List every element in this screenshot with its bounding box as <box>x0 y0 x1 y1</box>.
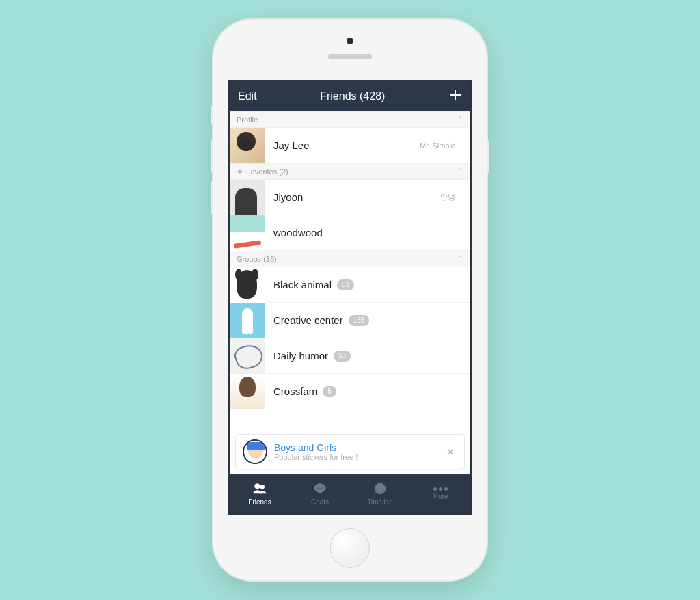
tab-label: Chats <box>311 498 329 506</box>
member-count-badge: 185 <box>349 315 370 326</box>
star-icon: ★ <box>237 167 243 176</box>
phone-mute-switch <box>211 106 213 125</box>
svg-point-3 <box>260 485 265 489</box>
phone-frame: Edit Friends (428) Profile ⌃ Jay Lee Mr.… <box>213 20 487 580</box>
app-screen: Edit Friends (428) Profile ⌃ Jay Lee Mr.… <box>228 80 472 515</box>
svg-point-6 <box>319 487 321 489</box>
tab-label: More <box>433 493 448 500</box>
navbar: Edit Friends (428) <box>230 81 470 111</box>
list-item[interactable]: woodwood <box>230 215 470 251</box>
chevron-up-icon: ⌃ <box>457 167 463 176</box>
promo-banner[interactable]: Boys and Girls Popular stickers for free… <box>235 434 465 469</box>
friend-list[interactable]: Profile ⌃ Jay Lee Mr. Simple ★Favorites … <box>230 111 470 474</box>
more-icon <box>433 487 448 491</box>
group-name: Creative center <box>273 314 343 326</box>
phone-home-button <box>330 528 370 568</box>
section-header-profile[interactable]: Profile ⌃ <box>230 111 470 128</box>
section-label: Groups (18) <box>237 255 277 263</box>
section-header-favorites[interactable]: ★Favorites (2) ⌃ <box>230 163 470 180</box>
group-name: Black animal <box>273 279 332 290</box>
profile-row[interactable]: Jay Lee Mr. Simple <box>230 128 470 163</box>
phone-camera <box>347 38 353 44</box>
add-friend-button[interactable] <box>448 88 462 105</box>
avatar <box>230 374 265 409</box>
friend-status: Mr. Simple <box>420 141 462 150</box>
list-item[interactable]: Black animal 53 <box>230 267 470 303</box>
friend-name: woodwood <box>273 227 323 238</box>
sticker-icon <box>243 439 267 464</box>
tab-label: Timeline <box>367 498 392 506</box>
friend-status: 안녕 <box>440 192 462 202</box>
tab-chats[interactable]: Chats <box>290 474 350 513</box>
section-label: Profile <box>237 115 258 124</box>
section-header-groups[interactable]: Groups (18) ⌃ <box>230 251 470 267</box>
list-item[interactable]: Jiyoon 안녕 <box>230 180 470 215</box>
avatar <box>230 215 265 251</box>
tab-bar: Friends Chats Timeline More <box>230 474 470 513</box>
tab-timeline[interactable]: Timeline <box>350 474 410 513</box>
friend-name: Jiyoon <box>273 191 303 203</box>
phone-speaker <box>328 54 372 59</box>
chevron-up-icon: ⌃ <box>457 254 463 264</box>
avatar <box>230 267 265 303</box>
list-item[interactable]: Creative center 185 <box>230 303 470 338</box>
svg-point-5 <box>317 487 318 489</box>
tab-label: Friends <box>248 498 271 506</box>
chevron-up-icon: ⌃ <box>457 115 463 124</box>
svg-point-2 <box>255 484 260 489</box>
section-label: Favorites (2) <box>246 167 288 176</box>
edit-button[interactable]: Edit <box>238 90 257 103</box>
friend-name: Jay Lee <box>273 139 310 151</box>
avatar <box>230 338 265 374</box>
group-name: Daily humor <box>273 350 328 362</box>
list-item[interactable]: Daily humor 53 <box>230 338 470 374</box>
phone-volume-down <box>211 181 213 214</box>
avatar <box>230 180 265 215</box>
avatar <box>230 128 265 163</box>
page-title: Friends (428) <box>320 90 385 103</box>
phone-volume-up <box>211 140 213 173</box>
phone-power-button <box>487 140 489 173</box>
promo-title: Boys and Girls <box>274 442 444 453</box>
tab-friends[interactable]: Friends <box>230 474 290 513</box>
svg-point-7 <box>322 487 323 489</box>
list-item[interactable]: Crossfam 5 <box>230 374 470 409</box>
member-count-badge: 53 <box>337 279 354 290</box>
promo-subtitle: Popular stickers for free ! <box>274 453 444 461</box>
avatar <box>230 303 265 338</box>
tab-more[interactable]: More <box>410 474 470 513</box>
group-name: Crossfam <box>273 385 317 397</box>
member-count-badge: 53 <box>334 351 351 362</box>
close-icon[interactable]: × <box>444 441 457 463</box>
member-count-badge: 5 <box>323 386 336 397</box>
